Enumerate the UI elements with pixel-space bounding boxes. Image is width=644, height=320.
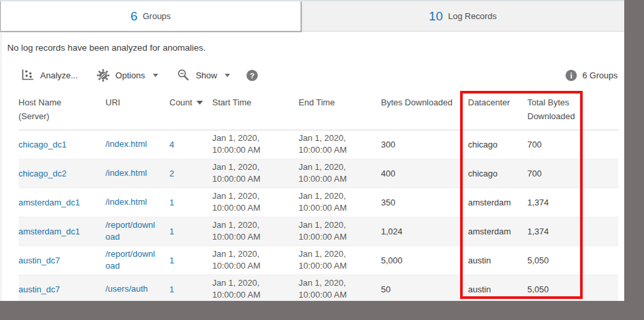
total-bytes-cell: 700: [527, 140, 583, 149]
uri-link[interactable]: /index.html: [105, 138, 147, 150]
table-row: austin_dc7 /users/auth 1 Jan 1, 2020, 10…: [18, 275, 618, 301]
header-count[interactable]: Count: [169, 96, 212, 124]
host-link[interactable]: chicago_dc2: [18, 169, 67, 178]
start-time-cell: Jan 1, 2020, 10:00:00 AM: [212, 190, 299, 214]
header-host-name[interactable]: Host Name (Server): [18, 96, 105, 124]
options-label: Options: [115, 70, 145, 80]
tab-groups[interactable]: 6 Groups: [0, 1, 301, 32]
count-cell: 1: [169, 227, 212, 236]
end-time-cell: Jan 1, 2020, 10:00:00 AM: [299, 219, 381, 243]
groups-summary-label: 6 Groups: [583, 70, 618, 80]
tab-bar: 6 Groups 10 Log Records: [0, 0, 624, 32]
help-button[interactable]: ?: [246, 69, 258, 82]
total-bytes-cell: 700: [527, 169, 583, 178]
bytes-cell: 350: [381, 198, 468, 207]
toolbar: Analyze...: [0, 67, 624, 84]
host-link[interactable]: austin_dc7: [18, 284, 60, 294]
datacenter-cell: chicago: [468, 140, 527, 149]
total-bytes-cell: 5,050: [527, 255, 583, 265]
datacenter-cell: austin: [468, 284, 527, 294]
table-body: chicago_dc1 /index.html 4 Jan 1, 2020, 1…: [18, 130, 618, 301]
uri-cell: /report/download: [105, 248, 169, 272]
end-time-cell: Jan 1, 2020, 10:00:00 AM: [299, 190, 381, 214]
host-link[interactable]: austin_dc7: [18, 255, 60, 265]
start-time-cell: Jan 1, 2020, 10:00:00 AM: [212, 161, 299, 185]
host-cell: chicago_dc1: [18, 140, 105, 149]
bytes-cell: 400: [381, 169, 468, 178]
uri-cell: /index.html: [105, 138, 169, 150]
table-header-row: Host Name (Server) URI Count Start Time …: [18, 93, 618, 130]
bytes-cell: 5,000: [381, 255, 468, 265]
tab-log-records[interactable]: 10 Log Records: [301, 1, 624, 32]
uri-link[interactable]: /users/auth: [105, 283, 148, 295]
analyze-button[interactable]: Analyze...: [20, 68, 78, 82]
end-time-cell: Jan 1, 2020, 10:00:00 AM: [299, 161, 381, 185]
end-time-cell: Jan 1, 2020, 10:00:00 AM: [299, 132, 381, 156]
header-datacenter[interactable]: Datacenter: [468, 96, 527, 124]
count-link[interactable]: 1: [169, 255, 174, 265]
count-cell: 2: [169, 169, 212, 178]
host-cell: austin_dc7: [18, 255, 105, 265]
uri-cell: /users/auth: [105, 283, 169, 295]
sort-caret-down-icon[interactable]: [196, 101, 203, 105]
table-row: chicago_dc1 /index.html 4 Jan 1, 2020, 1…: [18, 130, 618, 159]
uri-link[interactable]: /index.html: [105, 167, 147, 179]
datacenter-cell: amsterdam: [468, 227, 527, 236]
options-caret-down-icon: [153, 74, 158, 77]
header-filler: [583, 96, 618, 124]
header-start-time[interactable]: Start Time: [212, 96, 299, 124]
datacenter-cell: austin: [468, 255, 527, 265]
bytes-cell: 300: [381, 140, 468, 149]
header-total-bytes[interactable]: Total Bytes Downloaded: [527, 96, 583, 124]
uri-cell: /index.html: [105, 167, 169, 179]
table-row: amsterdam_dc1 /index.html 1 Jan 1, 2020,…: [18, 188, 618, 217]
start-time-cell: Jan 1, 2020, 10:00:00 AM: [212, 219, 299, 243]
total-bytes-cell: 1,374: [527, 198, 583, 207]
options-button[interactable]: Options: [96, 68, 158, 82]
start-time-cell: Jan 1, 2020, 10:00:00 AM: [212, 248, 299, 272]
datacenter-cell: chicago: [468, 169, 527, 178]
header-end-time[interactable]: End Time: [299, 96, 381, 124]
uri-link[interactable]: /report/download: [105, 248, 158, 272]
screen: 6 Groups 10 Log Records No log records h…: [0, 0, 644, 320]
show-label: Show: [196, 70, 218, 80]
show-button[interactable]: Show: [177, 68, 231, 82]
analyze-label: Analyze...: [40, 70, 78, 80]
count-link[interactable]: 4: [169, 140, 174, 149]
host-link[interactable]: chicago_dc1: [18, 140, 67, 149]
table-row: austin_dc7 /report/download 1 Jan 1, 202…: [18, 246, 618, 275]
count-cell: 1: [169, 284, 212, 294]
end-time-cell: Jan 1, 2020, 10:00:00 AM: [299, 277, 381, 301]
header-count-label: Count: [169, 96, 192, 110]
log-records-tab-label: Log Records: [448, 11, 497, 21]
groups-tab-label: Groups: [142, 11, 171, 21]
zoom-out-magnifier-icon: [177, 68, 190, 82]
groups-table: Host Name (Server) URI Count Start Time …: [0, 93, 624, 301]
bytes-cell: 1,024: [381, 227, 468, 236]
count-link[interactable]: 2: [169, 169, 174, 178]
count-link[interactable]: 1: [169, 198, 174, 207]
header-uri[interactable]: URI: [105, 96, 169, 124]
bytes-cell: 50: [381, 284, 468, 294]
question-circle-icon: ?: [246, 69, 258, 82]
uri-link[interactable]: /index.html: [105, 196, 147, 208]
count-link[interactable]: 1: [169, 284, 174, 294]
host-link[interactable]: amsterdam_dc1: [18, 227, 80, 236]
host-link[interactable]: amsterdam_dc1: [18, 198, 80, 207]
uri-link[interactable]: /report/download: [105, 219, 158, 243]
uri-cell: /report/download: [105, 219, 169, 243]
svg-text:?: ?: [250, 71, 254, 79]
count-link[interactable]: 1: [169, 227, 174, 236]
gear-pencil-icon: [96, 68, 110, 82]
info-circle-icon[interactable]: i: [565, 69, 577, 82]
host-cell: amsterdam_dc1: [18, 198, 105, 207]
end-time-cell: Jan 1, 2020, 10:00:00 AM: [299, 248, 381, 272]
host-cell: austin_dc7: [18, 284, 105, 294]
groups-count: 6: [131, 9, 138, 24]
scatter-plot-icon: [20, 68, 35, 82]
uri-cell: /index.html: [105, 196, 169, 208]
count-cell: 1: [169, 255, 212, 265]
header-bytes-downloaded[interactable]: Bytes Downloaded: [381, 96, 468, 124]
total-bytes-cell: 1,374: [527, 227, 583, 236]
datacenter-cell: amsterdam: [468, 198, 527, 207]
